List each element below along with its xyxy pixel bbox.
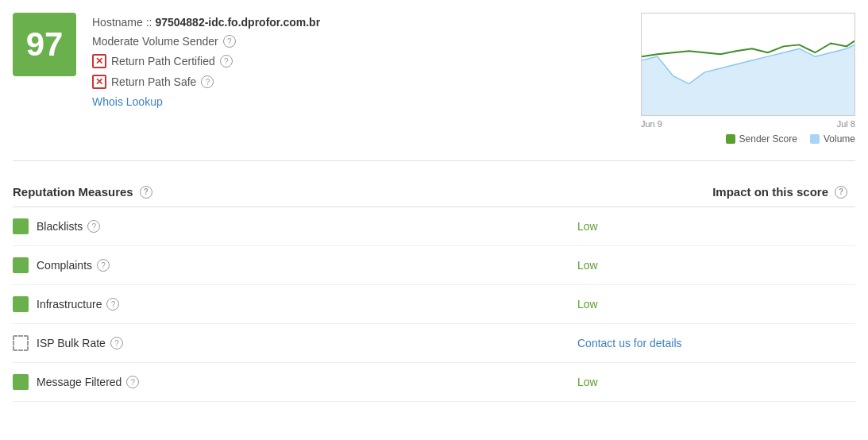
- measure-left-message-filtered: Message Filtered ?: [13, 374, 577, 390]
- complaints-question[interactable]: ?: [97, 259, 110, 272]
- blacklists-indicator: [13, 218, 29, 234]
- chart-date-end: Jul 8: [837, 119, 855, 129]
- hostname-value: 97504882-idc.fo.dprofor.com.br: [155, 16, 320, 29]
- volume-label: Moderate Volume Sender: [92, 35, 218, 48]
- top-section: 97 Hostname :: 97504882-idc.fo.dprofor.c…: [13, 13, 855, 161]
- volume-question-badge[interactable]: ?: [223, 35, 236, 48]
- blacklists-impact: Low: [577, 220, 855, 233]
- measure-left-infrastructure: Infrastructure ?: [13, 296, 577, 312]
- impact-title-question[interactable]: ?: [835, 186, 847, 199]
- measure-left-blacklists: Blacklists ?: [13, 218, 577, 234]
- message-filtered-impact: Low: [577, 376, 855, 388]
- volume-legend-icon: [810, 134, 820, 144]
- sender-score-legend-icon: [726, 134, 735, 144]
- reputation-title-block: Reputation Measures ?: [13, 185, 152, 199]
- volume-line: Moderate Volume Sender ?: [92, 35, 320, 48]
- isp-indicator: [13, 335, 29, 351]
- sender-score-legend-label: Sender Score: [739, 133, 797, 145]
- chart-section: Jun 9 Jul 8 Sender Score Volume: [633, 13, 855, 145]
- chart-labels: Jun 9 Jul 8: [641, 119, 855, 129]
- measure-left-isp: ISP Bulk Rate ?: [13, 335, 577, 351]
- legend-sender-score: Sender Score: [726, 133, 797, 145]
- infrastructure-indicator: [13, 296, 29, 312]
- table-row: Message Filtered ? Low: [13, 363, 855, 402]
- isp-impact: Contact us for details: [577, 337, 855, 349]
- blacklists-question[interactable]: ?: [87, 220, 100, 233]
- complaints-impact: Low: [577, 259, 855, 272]
- hostname-separator: ::: [146, 16, 152, 29]
- hostname-line: Hostname :: 97504882-idc.fo.dprofor.com.…: [92, 16, 320, 29]
- cert1-x: ✕: [95, 56, 103, 66]
- info-block: Hostname :: 97504882-idc.fo.dprofor.com.…: [92, 13, 320, 108]
- message-filtered-name: Message Filtered ?: [37, 376, 139, 388]
- infrastructure-impact: Low: [577, 298, 855, 311]
- cert2-label: Return Path Safe: [111, 75, 196, 88]
- cert1-icon: ✕: [92, 54, 106, 68]
- hostname-label: Hostname: [92, 16, 143, 29]
- left-info: 97 Hostname :: 97504882-idc.fo.dprofor.c…: [13, 13, 320, 108]
- legend-volume: Volume: [810, 133, 855, 145]
- cert-line-2: ✕ Return Path Safe ?: [92, 75, 320, 89]
- score-number: 97: [26, 28, 64, 61]
- cert-line-1: ✕ Return Path Certified ?: [92, 54, 320, 68]
- table-row: Complaints ? Low: [13, 246, 855, 285]
- cert2-question-badge[interactable]: ?: [201, 75, 214, 88]
- volume-area: [642, 44, 854, 115]
- cert2-icon: ✕: [92, 75, 106, 89]
- whois-line: Whois Lookup: [92, 95, 320, 108]
- impact-title: Impact on this score: [712, 185, 828, 199]
- isp-question[interactable]: ?: [110, 337, 123, 349]
- cert1-question-badge[interactable]: ?: [220, 55, 233, 68]
- message-filtered-indicator: [13, 374, 29, 390]
- blacklists-name: Blacklists ?: [37, 220, 100, 233]
- message-filtered-question[interactable]: ?: [126, 376, 139, 388]
- reputation-title: Reputation Measures: [13, 185, 133, 199]
- complaints-indicator: [13, 257, 29, 273]
- table-row: Blacklists ? Low: [13, 207, 855, 246]
- chart-container: [641, 13, 855, 116]
- infrastructure-question[interactable]: ?: [106, 298, 119, 311]
- cert1-label: Return Path Certified: [111, 55, 215, 68]
- table-row: ISP Bulk Rate ? Contact us for details: [13, 324, 855, 363]
- reputation-section: Reputation Measures ? Impact on this sco…: [13, 177, 855, 402]
- complaints-name: Complaints ?: [37, 259, 110, 272]
- cert2-x: ✕: [95, 77, 103, 87]
- measure-left-complaints: Complaints ?: [13, 257, 577, 273]
- chart-date-start: Jun 9: [641, 119, 662, 129]
- isp-name: ISP Bulk Rate ?: [37, 337, 123, 349]
- whois-link[interactable]: Whois Lookup: [92, 95, 163, 108]
- volume-legend-label: Volume: [824, 133, 855, 145]
- section-header: Reputation Measures ? Impact on this sco…: [13, 177, 855, 207]
- score-box: 97: [13, 13, 76, 76]
- chart-svg: [642, 14, 854, 115]
- table-row: Infrastructure ? Low: [13, 285, 855, 324]
- isp-contact-link[interactable]: Contact us for details: [577, 337, 682, 349]
- impact-title-block: Impact on this score ?: [712, 185, 855, 199]
- reputation-title-question[interactable]: ?: [140, 186, 152, 199]
- measure-rows: Blacklists ? Low Complaints ? Low: [13, 207, 855, 402]
- chart-legend: Sender Score Volume: [726, 133, 855, 145]
- infrastructure-name: Infrastructure ?: [37, 298, 119, 311]
